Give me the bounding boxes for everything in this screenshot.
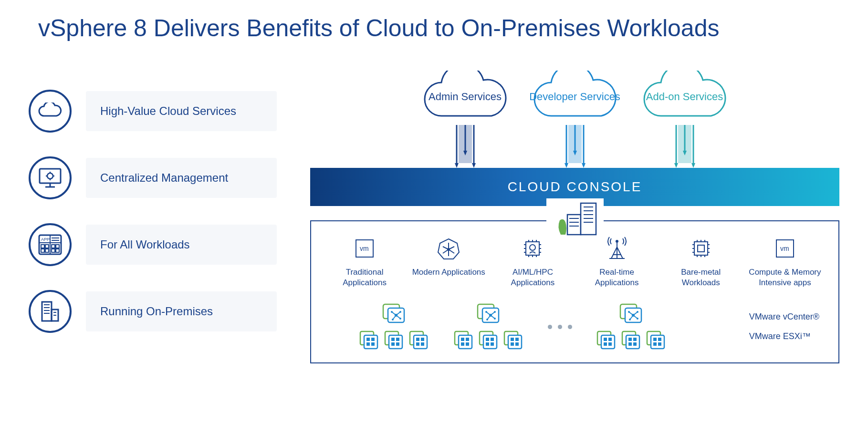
svg-rect-21 <box>56 249 59 252</box>
svg-point-108 <box>399 318 401 320</box>
svg-point-104 <box>399 311 401 313</box>
svg-rect-17 <box>45 249 49 252</box>
svg-point-3 <box>47 173 53 179</box>
svg-rect-170 <box>608 338 612 341</box>
svg-point-102 <box>391 311 393 313</box>
workload-ai: AI/ML/HPC Applications <box>493 236 572 288</box>
cpu-icon <box>688 236 714 261</box>
flow-arrows-icon <box>666 125 704 173</box>
cloud-admin-services: Admin Services <box>418 71 513 173</box>
svg-rect-110 <box>364 335 377 349</box>
workload-label: Bare-metal Workloads <box>662 267 740 288</box>
benefit-label: Centralized Management <box>86 158 277 198</box>
svg-rect-0 <box>40 169 61 183</box>
svg-rect-148 <box>486 342 489 346</box>
vm-box-icon: vm <box>352 236 377 261</box>
svg-rect-117 <box>391 338 395 341</box>
svg-line-78 <box>611 247 617 258</box>
kubernetes-icon <box>436 236 461 261</box>
svg-rect-126 <box>421 342 424 346</box>
flow-arrows-icon <box>556 125 594 173</box>
cloud-addon-services: Add-on Services <box>637 71 732 173</box>
cloud-label: Admin Services <box>429 91 502 103</box>
flow-arrows-icon <box>446 125 484 173</box>
svg-rect-116 <box>389 335 402 349</box>
svg-rect-155 <box>515 342 519 346</box>
page-title: vSphere 8 Delivers Benefits of Cloud to … <box>29 14 839 42</box>
workload-label: Real-time Applications <box>578 267 656 288</box>
clouds-row: Admin Services Developer Services <box>310 71 839 173</box>
clusters-row: VMware vCenter® VMware ESXi™ <box>325 302 824 351</box>
vcenter-icon <box>476 302 502 325</box>
esxi-icon <box>453 330 474 351</box>
svg-rect-112 <box>371 338 375 341</box>
antenna-icon <box>604 236 630 261</box>
svg-rect-180 <box>651 335 664 349</box>
svg-rect-169 <box>604 338 607 341</box>
svg-rect-118 <box>396 338 399 341</box>
workload-baremetal: Bare-metal Workloads <box>662 236 740 288</box>
svg-rect-153 <box>515 338 519 341</box>
svg-rect-143 <box>466 342 469 346</box>
svg-rect-152 <box>511 338 514 341</box>
svg-line-58 <box>449 249 454 253</box>
cluster-icon <box>596 302 667 351</box>
workload-label: AI/ML/HPC Applications <box>493 267 572 288</box>
architecture-column: Admin Services Developer Services <box>310 71 839 363</box>
svg-rect-123 <box>416 338 419 341</box>
svg-point-76 <box>616 240 618 243</box>
on-prem-box: vm Traditional Applications Modern Appli… <box>310 220 839 363</box>
benefit-row-management: Centralized Management <box>29 156 277 199</box>
svg-rect-175 <box>628 338 632 341</box>
esxi-icon <box>478 330 499 351</box>
workload-label: Modern Applications <box>412 267 485 278</box>
svg-point-63 <box>530 245 535 250</box>
workload-traditional: vm Traditional Applications <box>325 236 404 288</box>
cloud-label: Developer Services <box>529 91 620 103</box>
svg-point-162 <box>637 311 638 313</box>
svg-rect-16 <box>41 249 44 252</box>
svg-rect-140 <box>461 338 464 341</box>
workload-compute: vm Compute & Memory Intensive apps <box>746 236 824 288</box>
cloud-icon <box>29 90 72 133</box>
datacenter-building-icon <box>546 198 604 237</box>
svg-point-133 <box>494 311 496 313</box>
svg-point-135 <box>486 319 488 320</box>
svg-rect-125 <box>416 342 419 346</box>
cloud-developer-services: Developer Services <box>527 71 623 173</box>
svg-rect-19 <box>56 245 59 248</box>
svg-rect-147 <box>491 338 494 341</box>
ai-chip-icon <box>520 236 545 261</box>
esxi-icon <box>503 330 524 351</box>
monitor-gear-icon <box>29 156 72 199</box>
svg-rect-15 <box>45 245 49 248</box>
esxi-icon <box>596 330 617 351</box>
esxi-icon <box>408 330 429 351</box>
svg-point-166 <box>637 318 638 320</box>
workload-label: Traditional Applications <box>325 267 404 288</box>
cloud-label: Add-on Services <box>646 91 723 103</box>
svg-rect-18 <box>52 245 55 248</box>
svg-rect-122 <box>414 335 427 349</box>
svg-rect-181 <box>653 338 657 341</box>
svg-line-79 <box>617 247 623 258</box>
svg-point-160 <box>628 311 630 313</box>
ellipsis-icon <box>548 325 572 329</box>
svg-rect-111 <box>366 338 370 341</box>
svg-text:vm: vm <box>360 245 369 252</box>
svg-line-57 <box>449 247 454 249</box>
svg-rect-20 <box>52 249 55 252</box>
svg-point-106 <box>392 319 394 320</box>
svg-point-164 <box>629 319 631 320</box>
workload-modern: Modern Applications <box>409 236 488 288</box>
svg-rect-120 <box>396 342 399 346</box>
svg-rect-146 <box>486 338 489 341</box>
svg-rect-172 <box>608 342 612 346</box>
building-icon <box>29 290 72 333</box>
svg-rect-168 <box>601 335 615 349</box>
svg-rect-184 <box>658 342 661 346</box>
vcenter-icon <box>381 302 407 325</box>
app-grid-icon: APP <box>29 223 72 266</box>
benefit-label: High-Value Cloud Services <box>86 91 277 131</box>
svg-rect-119 <box>391 342 395 346</box>
